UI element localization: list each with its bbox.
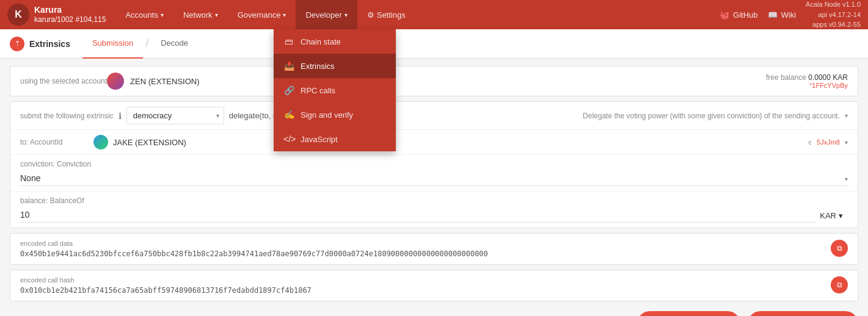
accounts-chevron-icon: ▾ (161, 12, 164, 18)
balance-label: free balance (766, 73, 806, 82)
brand-sub: karura/1002 #104,115 (34, 15, 106, 25)
nav-developer[interactable]: Developer ▾ (296, 0, 357, 29)
github-link[interactable]: 🐙 GitHub (720, 10, 757, 20)
zen-account-icon (107, 73, 124, 90)
conviction-row: conviction: Conviction None ▾ (10, 154, 858, 191)
tab-submission[interactable]: Submission (82, 29, 143, 59)
sign-icon: ✍ (283, 110, 294, 120)
conviction-label: conviction: Conviction (20, 160, 848, 168)
encoded-hash-section: encoded call hash 0x010cb1e2b421bfa74156… (10, 270, 858, 301)
submit-label: submit the following extrinsic (20, 112, 114, 120)
extrinsic-section: submit the following extrinsic ℹ democra… (10, 101, 858, 228)
jake-account-icon (93, 135, 108, 149)
brand-logo: K (7, 4, 29, 26)
brand[interactable]: K Karura karura/1002 #104,115 (7, 4, 106, 26)
wiki-icon: 📖 (768, 10, 778, 20)
nav-accounts[interactable]: Accounts ▾ (115, 0, 173, 29)
encoded-call-label: encoded call data (20, 240, 823, 247)
to-right: c 5JxJm8 ▾ (809, 138, 848, 146)
info-icon[interactable]: ℹ (119, 111, 122, 121)
menu-sign-verify[interactable]: ✍ Sign and verify (274, 102, 396, 127)
using-account-label: using the selected account (20, 77, 107, 85)
copy-icon: ⧉ (837, 244, 842, 253)
github-icon: 🐙 (720, 10, 729, 20)
js-icon: </> (283, 134, 294, 144)
page-title: Extrinsics (29, 39, 70, 49)
extrinsics-icon: 📤 (283, 61, 294, 71)
balance-area: free balance 0.0000 KAR °1FFcYVpBy (766, 73, 848, 89)
call-hint: Delegate the voting power (with some giv… (583, 112, 840, 120)
brand-name: Karura (34, 4, 106, 15)
to-label: to: AccountId (20, 138, 93, 146)
encoded-hash-content: encoded call hash 0x010cb1e2b421bfa74156… (20, 276, 823, 295)
module-select-wrapper: democracy ▾ (126, 107, 224, 124)
menu-rpc-calls[interactable]: 🔗 RPC calls (274, 78, 396, 102)
version-info: Acala Node v1.1.0 api v4.17.2-14 apps v0… (806, 0, 861, 30)
settings-gear-icon: ⚙ (367, 10, 374, 20)
balance-field-label: balance: BalanceOf (20, 196, 815, 205)
nav-items: Accounts ▾ Network ▾ Governance ▾ Develo… (115, 0, 720, 29)
copy-hash-icon: ⧉ (837, 281, 842, 289)
chain-state-icon: 🗃 (283, 37, 294, 46)
zen-account-name: ZEN (EXTENSION) (130, 77, 199, 86)
governance-chevron-icon: ▾ (283, 12, 286, 18)
navbar: K Karura karura/1002 #104,115 Accounts ▾… (0, 0, 868, 29)
submit-unsigned-button[interactable]: → Submit Unsigned (637, 311, 740, 316)
account-row: using the selected account ZEN (EXTENSIO… (10, 66, 858, 96)
to-c-label: c (809, 138, 812, 146)
network-chevron-icon: ▾ (215, 12, 218, 18)
menu-extrinsics[interactable]: 📤 Extrinsics (274, 54, 396, 78)
menu-chain-state[interactable]: 🗃 Chain state (274, 29, 396, 54)
nav-settings[interactable]: ⚙ Settings (357, 0, 415, 29)
submit-transaction-button[interactable]: → Submit Transaction (748, 311, 858, 316)
to-row: to: AccountId JAKE (EXTENSION) c 5JxJm8 … (10, 129, 858, 154)
encoded-call-content: encoded call data 0x450b1e9441ac6d5230bf… (20, 240, 823, 258)
wiki-link[interactable]: 📖 Wiki (768, 10, 797, 20)
to-address-short[interactable]: 5JxJm8 (817, 138, 840, 146)
tab-divider: / (145, 37, 148, 50)
to-chevron-icon: ▾ (845, 139, 848, 146)
submit-row: → Submit Unsigned → Submit Transaction (10, 306, 858, 316)
encoded-call-value: 0x450b1e9441ac6d5230bfccef6a750bbc428fb1… (20, 250, 823, 258)
balance-input-wrap: balance: BalanceOf (20, 196, 815, 223)
menu-javascript[interactable]: </> JavaScript (274, 127, 396, 151)
extrinsics-page-icon: ⇡ (10, 37, 24, 51)
balance-value: 0.0000 KAR (808, 73, 848, 82)
conviction-select[interactable]: None (20, 171, 848, 186)
call-hint-chevron-icon: ▾ (845, 112, 848, 119)
balance-input[interactable] (20, 207, 815, 223)
nav-governance[interactable]: Governance ▾ (228, 0, 296, 29)
jake-account-name: JAKE (EXTENSION) (113, 138, 186, 147)
developer-dropdown: 🗃 Chain state 📤 Extrinsics 🔗 RPC calls ✍… (274, 29, 396, 151)
conviction-select-wrap: None ▾ (20, 171, 848, 186)
kar-chevron-icon: ▾ (839, 211, 843, 220)
account-section: using the selected account ZEN (EXTENSIO… (10, 66, 858, 96)
nav-right: 🐙 GitHub 📖 Wiki Acala Node v1.1.0 api v4… (720, 0, 861, 30)
balance-row: balance: BalanceOf KAR ▾ (10, 191, 858, 228)
encoded-call-section: encoded call data 0x450b1e9441ac6d5230bf… (10, 233, 858, 265)
page-tabs: ⇡ Extrinsics Submission / Decode (0, 29, 868, 59)
brand-text: Karura karura/1002 #104,115 (34, 4, 106, 25)
main-content: using the selected account ZEN (EXTENSIO… (0, 59, 868, 316)
kar-unit-button[interactable]: KAR ▾ (815, 209, 848, 223)
encoded-hash-label: encoded call hash (20, 276, 823, 284)
tab-decode[interactable]: Decode (151, 29, 198, 59)
rpc-icon: 🔗 (283, 85, 294, 95)
copy-call-data-button[interactable]: ⧉ (831, 240, 848, 257)
module-select[interactable]: democracy (126, 107, 224, 124)
copy-hash-button[interactable]: ⧉ (831, 276, 848, 293)
extrinsic-row: submit the following extrinsic ℹ democra… (10, 102, 858, 129)
developer-chevron-icon: ▾ (345, 12, 348, 18)
address-short[interactable]: °1FFcYVpBy (766, 82, 848, 89)
encoded-hash-value: 0x010cb1e2b421bfa74156ca7a65abff59748906… (20, 286, 823, 295)
nav-network[interactable]: Network ▾ (173, 0, 228, 29)
